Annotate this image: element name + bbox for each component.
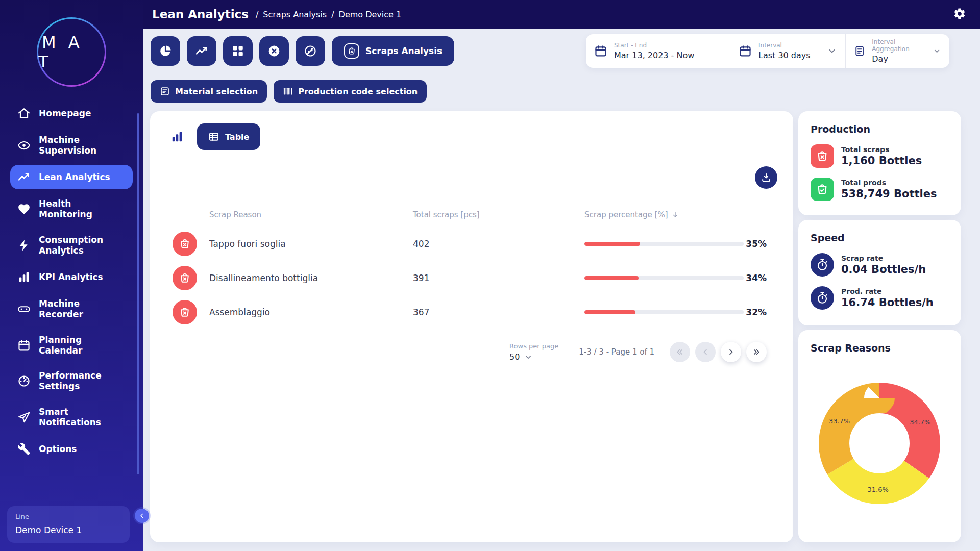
sidebar: M A T Homepage Machine Supervision Lean … xyxy=(0,0,143,551)
sidebar-item-health-monitoring[interactable]: Health Monitoring xyxy=(10,193,133,225)
stat-value: 1,160 Bottles xyxy=(841,155,922,167)
breadcrumb-separator: / xyxy=(331,10,334,19)
table-row: Disallineamento bottiglia 391 34% xyxy=(173,261,767,295)
date-controls: Start - End Mar 13, 2023 - Now Interval … xyxy=(586,34,949,68)
sidebar-item-smart-notifications[interactable]: Smart Notifications xyxy=(10,401,133,433)
total-scraps: 402 xyxy=(413,239,584,249)
date-range-picker[interactable]: Start - End Mar 13, 2023 - Now xyxy=(586,34,730,68)
scrap-percentage: 32% xyxy=(744,307,767,317)
next-page-button[interactable] xyxy=(721,342,741,362)
sidebar-item-homepage[interactable]: Homepage xyxy=(10,101,133,126)
material-selection-button[interactable]: Material selection xyxy=(151,80,267,103)
column-header-scrap-reason[interactable]: Scrap Reason xyxy=(209,210,413,219)
sidebar-item-label: Smart Notifications xyxy=(39,407,101,428)
first-page-icon xyxy=(675,347,684,357)
table-header: Scrap Reason Total scraps [pcs] Scrap pe… xyxy=(173,203,767,227)
date-range-label: Start - End xyxy=(614,42,694,49)
device-card[interactable]: Line Demo Device 1 xyxy=(7,506,130,543)
chart-view-button[interactable] xyxy=(170,130,184,143)
last-page-button[interactable] xyxy=(746,342,767,362)
rows-per-page-select[interactable]: Rows per page 50 xyxy=(509,342,558,362)
breadcrumb: / Scraps Analysis / Demo Device 1 xyxy=(256,10,401,19)
stat-value: 538,749 Bottles xyxy=(841,188,937,200)
scraps-analysis-label: Scraps Analysis xyxy=(365,46,442,56)
rows-per-page-label: Rows per page xyxy=(509,342,558,350)
pagination-range: 1-3 / 3 - Page 1 of 1 xyxy=(579,347,654,357)
speed-panel: Speed Scrap rate 0.04 Bottles/h Prod. ra… xyxy=(798,220,961,325)
stat-label: Total prods xyxy=(841,179,937,187)
stat-label: Scrap rate xyxy=(841,254,926,262)
stat-value: 0.04 Bottles/h xyxy=(841,263,926,276)
last-page-icon xyxy=(752,347,761,357)
view-button-oee[interactable] xyxy=(296,36,325,66)
aggregation-select[interactable]: Interval Aggregation Day xyxy=(845,34,949,68)
interval-label: Interval xyxy=(758,42,811,49)
sidebar-collapse-button[interactable] xyxy=(135,509,149,523)
sidebar-item-label: Performance Settings xyxy=(39,370,102,391)
table-row: Tappo fuori soglia 402 35% xyxy=(173,227,767,261)
sidebar-item-machine-recorder[interactable]: Machine Recorder xyxy=(10,293,133,325)
prev-page-button[interactable] xyxy=(695,342,716,362)
view-button-line-chart[interactable] xyxy=(187,36,216,66)
view-button-x-circle[interactable] xyxy=(259,36,289,66)
view-button-grid[interactable] xyxy=(223,36,253,66)
sidebar-item-performance-settings[interactable]: Performance Settings xyxy=(10,365,133,397)
sidebar-item-lean-analytics[interactable]: Lean Analytics xyxy=(10,165,133,189)
total-scraps: 391 xyxy=(413,273,584,283)
production-code-selection-button[interactable]: Production code selection xyxy=(274,80,427,103)
view-button-pie-chart[interactable] xyxy=(151,36,180,66)
document-icon xyxy=(854,44,865,58)
scrap-percentage-bar xyxy=(584,242,744,246)
table-icon xyxy=(208,131,219,142)
send-icon xyxy=(17,411,31,424)
breadcrumb-item[interactable]: Scraps Analysis xyxy=(263,10,327,19)
scrap-percentage-bar xyxy=(584,310,744,314)
sidebar-item-label: Health Monitoring xyxy=(39,198,126,219)
home-icon xyxy=(17,107,31,120)
sort-desc-icon xyxy=(671,211,679,219)
column-header-total-scraps[interactable]: Total scraps [pcs] xyxy=(413,210,584,219)
device-line-label: Line xyxy=(15,513,121,520)
sidebar-item-machine-supervision[interactable]: Machine Supervision xyxy=(10,129,133,161)
column-header-scrap-percentage[interactable]: Scrap percentage [%] xyxy=(584,210,744,219)
stopwatch-icon xyxy=(811,286,834,310)
scrap-analysis-icon xyxy=(344,43,359,59)
total-prods-stat: Total prods 538,749 Bottles xyxy=(811,178,949,201)
pie-chart-icon xyxy=(159,44,172,58)
wrench-icon xyxy=(17,442,31,456)
bolt-icon xyxy=(17,239,31,252)
main-card: Table Scrap Reason Total scraps [pcs] Sc… xyxy=(150,111,793,542)
settings-button[interactable] xyxy=(952,7,967,21)
scrap-percentage: 35% xyxy=(744,239,767,249)
sidebar-item-consumption-analytics[interactable]: Consumption Analytics xyxy=(10,229,133,261)
scraps-analysis-view-button[interactable]: Scraps Analysis xyxy=(332,36,454,66)
interval-select[interactable]: Interval Last 30 days xyxy=(730,34,845,68)
app-logo: M A T xyxy=(37,17,106,87)
sidebar-item-kpi-analytics[interactable]: KPI Analytics xyxy=(10,265,133,289)
sidebar-scrollbar[interactable] xyxy=(137,113,139,474)
sidebar-item-planning-calendar[interactable]: Planning Calendar xyxy=(10,329,133,361)
view-toolbar: Scraps Analysis xyxy=(151,36,454,66)
scrap-reasons-donut: 34.7%31.6%33.7% xyxy=(813,377,946,510)
barcode-icon xyxy=(283,86,293,96)
sidebar-item-label: KPI Analytics xyxy=(39,272,103,283)
material-selection-icon xyxy=(160,86,170,96)
stat-label: Total scraps xyxy=(841,145,922,154)
calendar-icon xyxy=(739,44,752,58)
breadcrumb-item[interactable]: Demo Device 1 xyxy=(339,10,402,19)
prev-page-icon xyxy=(701,347,710,357)
production-title: Production xyxy=(811,123,949,135)
table-view-button[interactable]: Table xyxy=(197,123,260,150)
date-range-value: Mar 13, 2023 - Now xyxy=(614,51,694,60)
next-page-icon xyxy=(726,347,736,357)
download-button[interactable] xyxy=(755,166,777,189)
x-circle-icon xyxy=(267,44,281,58)
prod-rate-stat: Prod. rate 16.74 Bottles/h xyxy=(811,286,949,310)
sidebar-item-options[interactable]: Options xyxy=(10,437,133,461)
trend-icon xyxy=(17,170,31,184)
eye-icon xyxy=(17,139,31,152)
production-panel: Production Total scraps 1,160 Bottles To… xyxy=(798,111,961,215)
calendar-icon xyxy=(594,44,607,58)
first-page-button[interactable] xyxy=(670,342,690,362)
production-code-selection-label: Production code selection xyxy=(298,87,418,96)
